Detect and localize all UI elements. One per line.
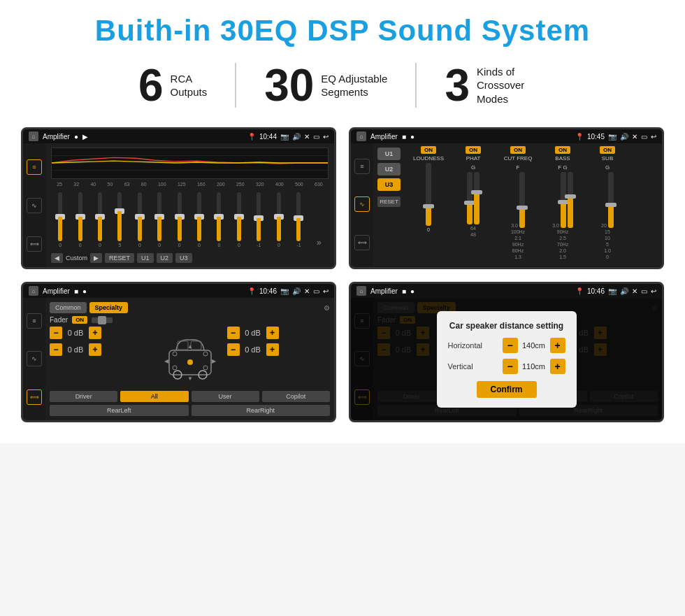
phat-slider-1[interactable] xyxy=(467,172,473,224)
fader-db-row-4: − 0 dB + xyxy=(227,343,331,356)
fader-btn-user[interactable]: User xyxy=(192,391,259,402)
fader-btn-rearright[interactable]: RearRight xyxy=(192,405,331,416)
eq-u3-button[interactable]: U3 xyxy=(175,253,192,263)
phat-slider-2[interactable] xyxy=(474,172,480,224)
dialog-back-icon[interactable]: ↩ xyxy=(651,287,656,295)
cutfreq-on-badge[interactable]: ON xyxy=(510,146,526,154)
eq-side-icon-3[interactable]: ⟺ xyxy=(27,236,42,252)
eq-main-content: 25 32 40 50 63 80 100 125 160 200 250 32… xyxy=(45,143,334,267)
fader-plus-4[interactable]: + xyxy=(266,343,279,356)
fader-plus-3[interactable]: + xyxy=(266,327,279,339)
fader-slider[interactable] xyxy=(92,317,113,323)
channel-phat: ON PHAT G xyxy=(452,146,494,263)
bass-slider-2[interactable] xyxy=(568,172,573,228)
eq-slider-track-1[interactable] xyxy=(58,192,62,241)
dialog-horizontal-minus[interactable]: − xyxy=(503,338,518,353)
fader-minus-2[interactable]: − xyxy=(50,343,62,356)
fader-btn-all[interactable]: All xyxy=(120,391,188,402)
dialog-horizontal-row: Horizontal − 140cm + xyxy=(448,338,565,353)
stat-item-rca: 6 RCAOutputs xyxy=(110,63,236,108)
dialog-horizontal-plus[interactable]: + xyxy=(550,338,565,353)
bass-on-badge[interactable]: ON xyxy=(555,146,570,154)
cross-home-icon[interactable]: ⌂ xyxy=(356,131,366,141)
loudness-slider[interactable] xyxy=(426,163,431,226)
fader-home-icon[interactable]: ⌂ xyxy=(29,286,38,296)
eq-u2-button[interactable]: U2 xyxy=(157,253,173,263)
fader-plus-2[interactable]: + xyxy=(89,343,101,356)
eq-prev-button[interactable]: ◀ xyxy=(51,253,63,263)
fader-tab-specialty[interactable]: Specialty xyxy=(89,302,129,313)
eq-screen: ⌂ Amplifier ● ▶ 📍 10:44 📷 🔊 ✕ ▭ ↩ ≡ xyxy=(21,127,336,269)
cross-side-icon-3[interactable]: ⟺ xyxy=(354,235,370,250)
fader-btn-copilot[interactable]: Copilot xyxy=(262,391,330,402)
fader-minus-4[interactable]: − xyxy=(227,343,240,356)
sub-on-badge[interactable]: ON xyxy=(600,146,615,154)
dialog-home-icon[interactable]: ⌂ xyxy=(356,286,366,296)
cross-u2-button[interactable]: U2 xyxy=(377,163,401,176)
stat-item-crossover: 3 Kinds ofCrossover Modes xyxy=(417,63,575,108)
fader-left-controls: − 0 dB + − 0 dB + xyxy=(50,327,153,388)
crossover-presets: U1 U2 U3 RESET xyxy=(373,143,405,266)
cross-app-name: Amplifier xyxy=(370,133,398,141)
close-icon: ✕ xyxy=(304,133,310,141)
fader-minus-3[interactable]: − xyxy=(227,327,240,339)
cross-side-icon-2[interactable]: ∿ xyxy=(354,196,370,212)
cross-back-icon[interactable]: ↩ xyxy=(651,133,656,141)
eq-u1-button[interactable]: U1 xyxy=(137,253,154,263)
cross-u1-button[interactable]: U1 xyxy=(377,148,401,160)
cross-side-icon-1[interactable]: ≡ xyxy=(354,159,370,174)
dialog-vertical-plus[interactable]: + xyxy=(550,359,565,374)
home-icon[interactable]: ⌂ xyxy=(29,131,38,141)
eq-status-left: ⌂ Amplifier ● ▶ xyxy=(29,131,88,141)
fader-side-icon-2[interactable]: ∿ xyxy=(27,351,42,366)
fader-tab-common[interactable]: Common xyxy=(50,302,87,313)
volume-icon: 🔊 xyxy=(292,133,301,141)
cross-camera-icon: 📷 xyxy=(608,133,616,141)
stats-row: 6 RCAOutputs 30 EQ AdjustableSegments 3 … xyxy=(21,63,664,108)
dialog-vertical-minus[interactable]: − xyxy=(503,359,518,374)
loudness-on-badge[interactable]: ON xyxy=(421,146,436,154)
fader-settings-icon[interactable]: ⚙ xyxy=(324,304,330,312)
channel-sub: ON SUB G 20 15 10 xyxy=(586,146,628,263)
speaker-distance-dialog: Car speaker distance setting Horizontal … xyxy=(437,311,577,408)
fader-minus-1[interactable]: − xyxy=(50,327,62,339)
fader-side-icon-3[interactable]: ⟺ xyxy=(27,389,42,405)
channel-bass: ON BASS F G 3.0 xyxy=(542,146,584,263)
eq-side-icon-2[interactable]: ∿ xyxy=(27,198,42,213)
dialog-confirm-button[interactable]: Confirm xyxy=(477,381,537,398)
svg-point-10 xyxy=(203,352,208,356)
fader-body: − 0 dB + − 0 dB + xyxy=(50,327,330,388)
eq-next-button[interactable]: ▶ xyxy=(90,253,102,263)
dialog-horizontal-controls: − 140cm + xyxy=(503,338,565,353)
stat-item-eq: 30 EQ AdjustableSegments xyxy=(236,63,417,108)
eq-reset-button[interactable]: RESET xyxy=(105,253,134,263)
cross-status-left: ⌂ Amplifier ■ ● xyxy=(356,131,414,141)
fader-btn-driver[interactable]: Driver xyxy=(50,391,117,402)
fader-side-icon-1[interactable]: ≡ xyxy=(27,313,42,329)
fader-btn-rearleft[interactable]: RearLeft xyxy=(50,405,189,416)
fader-status-left: ⌂ Amplifier ■ ● xyxy=(29,286,87,296)
cross-u3-button[interactable]: U3 xyxy=(377,178,401,191)
cross-status-right: 📍 10:45 📷 🔊 ✕ ▭ ↩ xyxy=(575,133,656,141)
back-icon[interactable]: ↩ xyxy=(323,133,329,141)
camera-icon: 📷 xyxy=(280,133,289,141)
dialog-horizontal-value: 140cm xyxy=(521,341,547,350)
fader-back-icon[interactable]: ↩ xyxy=(323,287,329,295)
bass-slider-1[interactable] xyxy=(561,172,566,228)
cross-reset-button[interactable]: RESET xyxy=(377,196,401,207)
phat-label: PHAT xyxy=(466,155,481,162)
fader-db-val-4: 0 dB xyxy=(243,345,264,354)
fader-main-content: Common Specialty ⚙ Fader ON xyxy=(45,298,334,420)
cross-volume-icon: 🔊 xyxy=(620,133,628,141)
dialog-status-left: ⌂ Amplifier ■ ● xyxy=(356,286,414,296)
fader-plus-1[interactable]: + xyxy=(89,327,101,339)
eq-side-icon-1[interactable]: ≡ xyxy=(27,159,42,175)
fader-on-toggle[interactable]: ON xyxy=(72,316,87,324)
phat-on-badge[interactable]: ON xyxy=(466,146,481,154)
loudness-label: LOUDNESS xyxy=(413,155,444,162)
sub-slider[interactable] xyxy=(608,172,614,228)
car-diagram: ▲ ▼ ◀ ▶ xyxy=(159,327,222,388)
cross-time: 10:45 xyxy=(587,133,605,141)
eq-expand-icon[interactable]: » xyxy=(317,238,322,248)
cutfreq-slider[interactable] xyxy=(519,172,525,228)
